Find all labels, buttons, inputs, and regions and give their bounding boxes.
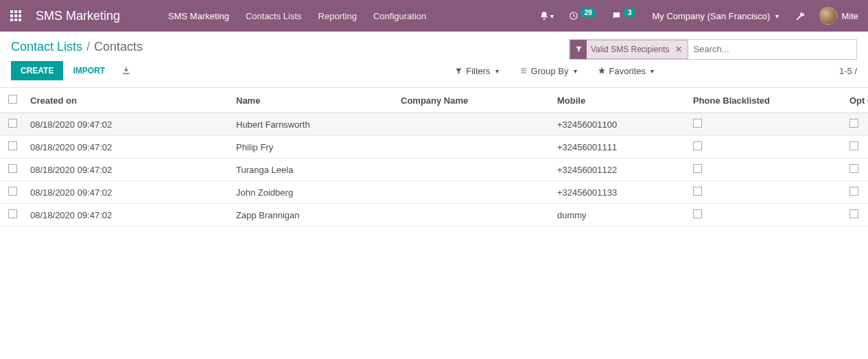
messages-button[interactable]: 3: [606, 7, 642, 25]
create-button[interactable]: Create: [11, 61, 63, 80]
checkbox-icon: [8, 119, 17, 128]
bell-icon: [539, 11, 549, 21]
cell-mobile: +32456001133: [552, 181, 688, 204]
cell-name: Hubert Farnsworth: [231, 113, 395, 136]
row-select[interactable]: [0, 204, 25, 227]
search-input[interactable]: [688, 40, 857, 59]
cell-company: [395, 181, 552, 204]
checkbox-icon: [693, 187, 702, 196]
svg-rect-3: [10, 14, 13, 17]
cell-mobile: +32456001122: [552, 159, 688, 181]
col-blacklisted[interactable]: Phone Blacklisted: [688, 88, 844, 113]
table-row[interactable]: 08/18/2020 09:47:02Turanga Leela+3245600…: [0, 159, 868, 181]
cell-optout: [844, 136, 868, 159]
breadcrumb-sep: /: [86, 40, 90, 54]
cell-company: [395, 136, 552, 159]
svg-rect-0: [10, 10, 13, 13]
cell-created: 08/18/2020 09:47:02: [25, 159, 231, 181]
cell-company: [395, 204, 552, 227]
cell-optout: [844, 113, 868, 136]
breadcrumb-parent[interactable]: Contact Lists: [11, 40, 82, 54]
col-optout[interactable]: Opt O: [844, 88, 868, 113]
menu-reporting[interactable]: Reporting: [312, 7, 364, 25]
row-select[interactable]: [0, 181, 25, 204]
contacts-table: Created on Name Company Name Mobile Phon…: [0, 88, 868, 227]
col-company[interactable]: Company Name: [395, 88, 552, 113]
favorites-label: Favorites: [609, 66, 646, 76]
user-menu[interactable]: Mite: [815, 7, 863, 25]
cell-optout: [844, 159, 868, 181]
checkbox-icon: [849, 187, 858, 196]
cell-blacklisted: [688, 136, 844, 159]
filters-button[interactable]: Filters ▾: [455, 66, 498, 76]
caret-down-icon: ▾: [574, 67, 577, 75]
table-row[interactable]: 08/18/2020 09:47:02Hubert Farnsworth+324…: [0, 113, 868, 136]
cell-name: Philip Fry: [231, 136, 395, 159]
pager[interactable]: 1-5 /: [839, 66, 857, 76]
checkbox-icon: [693, 209, 702, 218]
search-filter-tag: Valid SMS Recipients ✕: [570, 40, 688, 59]
cell-name: Zapp Brannigan: [231, 204, 395, 227]
table-row[interactable]: 08/18/2020 09:47:02Zapp Brannigandummy: [0, 204, 868, 227]
filters-label: Filters: [466, 66, 490, 76]
cell-blacklisted: [688, 113, 844, 136]
star-icon: [598, 67, 606, 75]
control-panel: Contact Lists / Contacts Valid SMS Recip…: [0, 32, 868, 88]
menu-configuration[interactable]: Configuration: [366, 7, 433, 25]
svg-rect-7: [14, 19, 17, 21]
row-select[interactable]: [0, 159, 25, 181]
apps-icon[interactable]: [0, 0, 32, 32]
checkbox-icon: [8, 95, 17, 104]
top-navbar: SMS Marketing SMS Marketing Contacts Lis…: [0, 0, 868, 32]
cell-name: Turanga Leela: [231, 159, 395, 181]
export-button[interactable]: [115, 62, 138, 80]
checkbox-icon: [8, 141, 17, 150]
svg-rect-2: [19, 10, 21, 13]
col-name[interactable]: Name: [231, 88, 395, 113]
table-header-row: Created on Name Company Name Mobile Phon…: [0, 88, 868, 113]
cell-blacklisted: [688, 181, 844, 204]
favorites-button[interactable]: Favorites ▾: [598, 66, 654, 76]
caret-down-icon: ▾: [650, 67, 654, 75]
funnel-icon: [570, 40, 587, 59]
search-box[interactable]: Valid SMS Recipients ✕: [569, 39, 857, 60]
col-mobile[interactable]: Mobile: [552, 88, 688, 113]
remove-filter-icon[interactable]: ✕: [674, 45, 683, 54]
caret-down-icon: ▾: [495, 67, 499, 75]
cell-mobile: +32456001111: [552, 136, 688, 159]
row-select[interactable]: [0, 113, 25, 136]
checkbox-icon: [849, 164, 858, 173]
clock-icon: [569, 11, 578, 21]
checkbox-icon: [8, 209, 17, 218]
svg-rect-8: [19, 19, 21, 21]
groupby-button[interactable]: Group By ▾: [519, 66, 577, 76]
select-all-header[interactable]: [0, 88, 25, 113]
menu-contacts-lists[interactable]: Contacts Lists: [239, 7, 309, 25]
row-select[interactable]: [0, 136, 25, 159]
activities-button[interactable]: 29: [563, 7, 602, 25]
app-brand[interactable]: SMS Marketing: [32, 9, 134, 23]
caret-down-icon: ▾: [775, 12, 779, 20]
cell-created: 08/18/2020 09:47:02: [25, 136, 231, 159]
col-created-on[interactable]: Created on: [25, 88, 231, 113]
table-row[interactable]: 08/18/2020 09:47:02Philip Fry+3245600111…: [0, 136, 868, 159]
cell-mobile: +32456001100: [552, 113, 688, 136]
menu-sms-marketing[interactable]: SMS Marketing: [161, 7, 236, 25]
import-button[interactable]: Import: [63, 61, 115, 80]
company-switcher[interactable]: My Company (San Francisco) ▾: [645, 7, 786, 25]
svg-rect-4: [14, 14, 17, 17]
checkbox-icon: [849, 119, 858, 128]
messages-badge: 3: [624, 8, 636, 17]
table-row[interactable]: 08/18/2020 09:47:02John Zoidberg+3245600…: [0, 181, 868, 204]
list-icon: [519, 67, 528, 74]
user-name: Mite: [841, 11, 858, 21]
company-name: My Company (San Francisco): [652, 11, 770, 21]
cell-optout: [844, 204, 868, 227]
debug-button[interactable]: [790, 7, 811, 25]
cell-mobile: dummy: [552, 204, 688, 227]
checkbox-icon: [693, 141, 702, 150]
notifications-button[interactable]: ▾: [534, 7, 559, 25]
filter-tag-label: Valid SMS Recipients: [591, 45, 670, 54]
svg-rect-6: [10, 19, 13, 21]
checkbox-icon: [849, 209, 858, 218]
